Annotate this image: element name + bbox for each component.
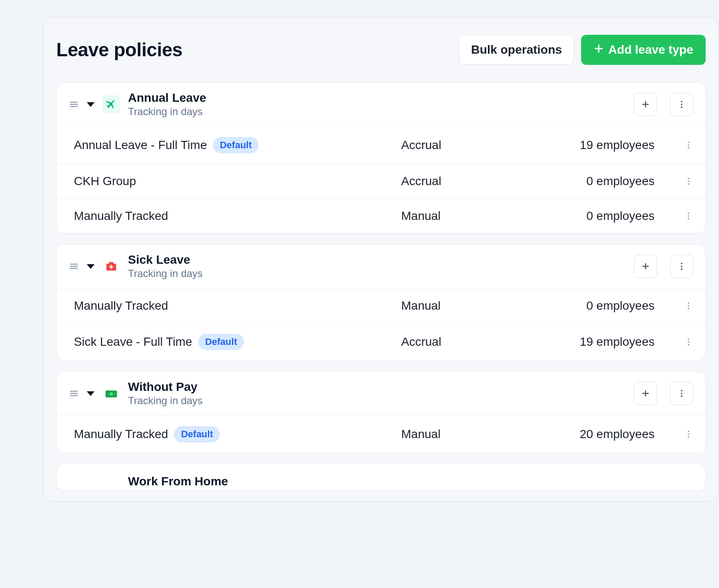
- policy-name: CKH Group: [74, 174, 136, 188]
- header-actions: Bulk operations Add leave type: [459, 35, 706, 65]
- policy-name: Manually Tracked: [74, 299, 168, 313]
- collapse-caret-icon[interactable]: [87, 391, 94, 396]
- leave-type-name: Work From Home: [128, 475, 228, 488]
- leave-type-name: Without Pay: [128, 380, 203, 394]
- leave-type-header: Work From Home: [57, 464, 705, 491]
- svg-point-18: [688, 218, 689, 220]
- page-title: Leave policies: [56, 39, 183, 61]
- policy-employees: 0 employees: [521, 174, 659, 188]
- leave-type-name: Annual Leave: [128, 91, 206, 105]
- policy-employees: 19 employees: [521, 335, 659, 349]
- policy-row[interactable]: Manually Tracked Manual 0 employees: [57, 289, 705, 323]
- svg-point-9: [681, 107, 682, 108]
- svg-point-7: [681, 101, 682, 103]
- policy-employees: 19 employees: [521, 138, 659, 152]
- policy-method: Manual: [401, 209, 521, 223]
- leave-type-titles: Annual Leave Tracking in days: [128, 91, 206, 118]
- add-policy-button[interactable]: [634, 93, 657, 116]
- policy-employees: 20 employees: [521, 427, 659, 441]
- policy-employees: 0 employees: [521, 209, 659, 223]
- add-policy-button[interactable]: [634, 382, 657, 405]
- policy-row[interactable]: CKH Group Accrual 0 employees: [57, 164, 705, 199]
- svg-point-8: [681, 104, 682, 105]
- add-policy-button[interactable]: [634, 255, 657, 278]
- leave-type-titles: Without Pay Tracking in days: [128, 380, 203, 407]
- policy-method: Accrual: [401, 174, 521, 188]
- leave-type-subtitle: Tracking in days: [128, 395, 203, 407]
- policy-row[interactable]: Manually Tracked Default Manual 20 emplo…: [57, 416, 705, 453]
- policy-name: Manually Tracked: [74, 427, 168, 441]
- svg-point-16: [688, 213, 689, 214]
- leave-type-name: Sick Leave: [128, 253, 203, 267]
- policy-employees: 0 employees: [521, 299, 659, 313]
- leave-type-titles: Sick Leave Tracking in days: [128, 253, 203, 280]
- policy-method: Manual: [401, 299, 521, 313]
- policy-name: Manually Tracked: [74, 209, 168, 223]
- leave-type-header: Annual Leave Tracking in days: [57, 82, 705, 127]
- svg-point-31: [688, 308, 689, 310]
- collapse-caret-icon[interactable]: [87, 264, 94, 269]
- bulk-operations-button[interactable]: Bulk operations: [459, 35, 575, 65]
- policy-menu-button[interactable]: [659, 301, 693, 311]
- svg-point-13: [688, 178, 689, 180]
- svg-point-48: [688, 433, 689, 435]
- svg-point-44: [681, 390, 682, 392]
- leave-type-group: Work From Home: [56, 463, 706, 491]
- medkit-icon: [102, 257, 120, 275]
- svg-point-14: [688, 180, 689, 182]
- policy-menu-button[interactable]: [659, 430, 693, 439]
- default-badge: Default: [198, 334, 244, 350]
- leave-type-header: Sick Leave Tracking in days: [57, 244, 705, 289]
- group-menu-button[interactable]: [670, 93, 693, 116]
- svg-point-17: [688, 215, 689, 217]
- svg-point-34: [688, 344, 689, 346]
- svg-point-49: [688, 436, 689, 438]
- svg-point-12: [688, 147, 689, 149]
- svg-point-46: [681, 396, 682, 397]
- cash-icon: [102, 384, 120, 402]
- svg-point-41: [114, 393, 116, 395]
- plane-icon: [102, 95, 120, 113]
- policy-row[interactable]: Annual Leave - Full Time Default Accrual…: [57, 127, 705, 164]
- policy-row[interactable]: Sick Leave - Full Time Default Accrual 1…: [57, 323, 705, 360]
- svg-point-15: [688, 183, 689, 185]
- plus-icon: [594, 43, 604, 57]
- collapse-caret-icon[interactable]: [87, 102, 94, 107]
- leave-type-group: Annual Leave Tracking in days Annual Lea…: [56, 82, 706, 234]
- svg-point-10: [688, 142, 689, 143]
- policy-name: Annual Leave - Full Time: [74, 138, 207, 152]
- default-badge: Default: [174, 426, 220, 442]
- drag-handle-icon[interactable]: [69, 99, 79, 110]
- svg-rect-23: [109, 262, 113, 264]
- policy-menu-button[interactable]: [659, 337, 693, 347]
- policy-row[interactable]: Manually Tracked Manual 0 employees: [57, 199, 705, 233]
- policy-menu-button[interactable]: [659, 211, 693, 221]
- svg-point-47: [688, 431, 689, 433]
- policy-menu-button[interactable]: [659, 140, 693, 150]
- svg-point-11: [688, 144, 689, 146]
- header-row: Leave policies Bulk operations Add leave…: [43, 35, 719, 82]
- leave-type-subtitle: Tracking in days: [128, 106, 206, 118]
- add-leave-type-button[interactable]: Add leave type: [581, 35, 706, 65]
- leave-type-titles: Work From Home: [128, 475, 228, 488]
- svg-point-30: [688, 305, 689, 307]
- svg-point-33: [688, 341, 689, 343]
- default-badge: Default: [213, 137, 259, 153]
- policy-method: Accrual: [401, 138, 521, 152]
- svg-point-45: [681, 393, 682, 394]
- svg-point-26: [681, 263, 682, 265]
- drag-handle-icon[interactable]: [69, 388, 79, 399]
- policy-name: Sick Leave - Full Time: [74, 335, 192, 349]
- leave-type-subtitle: Tracking in days: [128, 268, 203, 280]
- policy-method: Manual: [401, 427, 521, 441]
- svg-point-39: [110, 392, 113, 396]
- drag-handle-icon[interactable]: [69, 261, 79, 271]
- svg-point-40: [107, 393, 109, 395]
- svg-point-29: [688, 302, 689, 304]
- leave-type-header: Without Pay Tracking in days: [57, 372, 705, 416]
- group-menu-button[interactable]: [670, 255, 693, 278]
- svg-point-32: [688, 338, 689, 340]
- policy-method: Accrual: [401, 335, 521, 349]
- group-menu-button[interactable]: [670, 382, 693, 405]
- policy-menu-button[interactable]: [659, 177, 693, 186]
